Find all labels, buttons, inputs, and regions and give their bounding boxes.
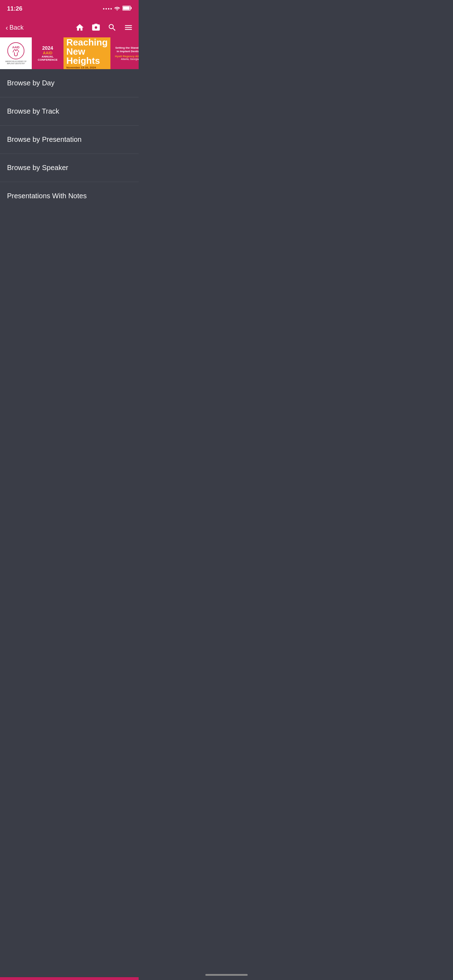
camera-icon[interactable]	[91, 23, 100, 32]
banner-conference-label: CONFERENCE	[38, 58, 57, 61]
menu-item-browse-day[interactable]: Browse by Day	[0, 69, 139, 97]
banner-setting-text: Setting the Standards in Implant Dentist…	[115, 46, 139, 54]
banner-atlanta: Atlanta, Georgia	[121, 58, 139, 60]
banner-conference-info: 2024 AAID ANNUAL CONFERENCE	[32, 37, 64, 69]
banner-annual: ANNUAL	[41, 55, 54, 58]
menu-item-browse-track[interactable]: Browse by Track	[0, 97, 139, 126]
nav-icons	[75, 23, 133, 32]
menu-item-browse-speaker[interactable]: Browse by Speaker	[0, 154, 139, 182]
banner-right-info: Setting the Standards in Implant Dentist…	[110, 37, 139, 69]
banner-logo: AAID AMERICAN ACADEMY OF IMPLANT DENTIST…	[0, 37, 32, 69]
menu-item-label: Browse by Day	[7, 79, 55, 87]
menu-item-presentations-notes[interactable]: Presentations With Notes	[0, 182, 139, 210]
menu-item-label: Browse by Presentation	[7, 135, 81, 143]
menu-item-label: Browse by Speaker	[7, 164, 68, 172]
svg-rect-1	[131, 7, 132, 9]
search-icon[interactable]	[108, 23, 117, 32]
menu-item-label: Browse by Track	[7, 107, 59, 115]
wifi-icon	[114, 6, 120, 12]
banner-reaching: Reaching New	[66, 38, 108, 56]
conference-banner: AAID AMERICAN ACADEMY OF IMPLANT DENTIST…	[0, 37, 139, 69]
aaid-org-text: AMERICAN ACADEMY OF IMPLANT DENTISTRY	[2, 60, 30, 65]
menu-list: Browse by Day Browse by Track Browse by …	[0, 69, 139, 210]
hamburger-icon[interactable]	[124, 23, 133, 32]
nav-bar: ‹ Back	[0, 18, 139, 37]
signal-icon	[103, 8, 112, 10]
status-time: 11:26	[7, 5, 22, 12]
svg-text:AAID: AAID	[12, 46, 19, 49]
battery-icon	[122, 6, 132, 12]
banner-aaid: AAID	[43, 51, 52, 55]
back-arrow-icon: ‹	[6, 24, 8, 32]
banner-date: November 13-16, 2024	[66, 66, 108, 69]
menu-item-browse-presentation[interactable]: Browse by Presentation	[0, 126, 139, 154]
back-button[interactable]: ‹ Back	[6, 24, 24, 32]
svg-rect-2	[123, 7, 130, 10]
banner-title: Reaching New Heights November 13-16, 202…	[64, 37, 110, 69]
banner-year: 2024	[42, 45, 53, 51]
menu-item-label: Presentations With Notes	[7, 192, 87, 200]
banner-hyatt: Hyatt Regency Atlanta	[115, 55, 139, 58]
banner-heights: Heights	[66, 56, 108, 65]
status-icons	[103, 6, 132, 12]
home-icon[interactable]	[75, 23, 84, 32]
status-bar: 11:26	[0, 0, 139, 18]
back-label: Back	[10, 24, 24, 32]
